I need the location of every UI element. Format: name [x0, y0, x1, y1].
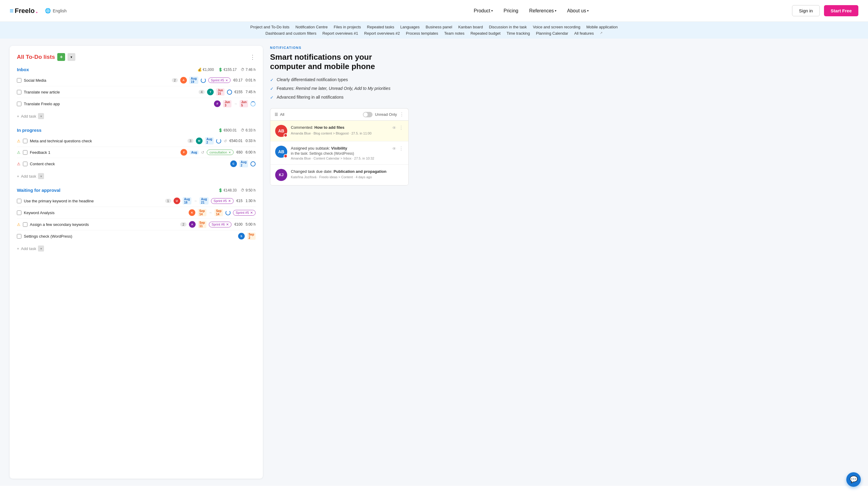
todo-menu-button[interactable]: ⋮: [250, 54, 256, 60]
date-badge: Aug: [190, 151, 198, 154]
feature-business-panel[interactable]: Business panel: [426, 25, 452, 29]
notif-body: Assigned you subtask: Visibility in the …: [291, 146, 389, 160]
avatar: U: [174, 197, 180, 204]
more-options-icon[interactable]: ⋮: [399, 125, 403, 131]
avatar: AB: [275, 125, 287, 137]
language-selector[interactable]: 🌐 English: [45, 8, 66, 14]
eye-icon[interactable]: 👁: [392, 146, 396, 151]
feature-dashboard[interactable]: Dashboard and custom filters: [265, 31, 316, 36]
task-price: €100: [235, 222, 243, 227]
task-right: Sprint #5 ✕ €15 1:30 h: [211, 198, 256, 204]
feature-team-notes[interactable]: Team notes: [444, 31, 465, 36]
unread-only-label: Unread Only: [375, 112, 397, 117]
avatar: K: [189, 209, 195, 216]
date-badge: Aug19: [189, 77, 198, 84]
task-checkbox[interactable]: [17, 90, 21, 94]
notif-menu-icon[interactable]: ⋮: [399, 112, 404, 117]
task-checkbox[interactable]: [17, 210, 21, 215]
task-name: Translate new article: [24, 90, 196, 94]
inprogress-stats: 💲 €600.01 ⏱ 6:33 h: [218, 128, 256, 132]
task-checkbox[interactable]: [17, 199, 21, 203]
add-task-label: Add task: [21, 246, 37, 251]
feature-languages[interactable]: Languages: [400, 25, 419, 29]
inbox-section-title: Inbox: [17, 67, 29, 72]
add-task-dropdown-button[interactable]: ▾: [38, 113, 44, 119]
todo-title: All To-Do lists: [17, 54, 55, 60]
feature-discussion[interactable]: Discussion in the task: [489, 25, 527, 29]
task-checkbox[interactable]: [17, 102, 21, 106]
add-todo-button[interactable]: +: [57, 53, 65, 61]
nav-references[interactable]: References ▾: [529, 8, 556, 14]
logo[interactable]: ≡ Freelo .: [9, 7, 38, 15]
table-row: Translate Freelo app F Jun3 → Jun5: [17, 98, 256, 110]
refresh-icon[interactable]: ↺: [224, 139, 227, 143]
feature-voice[interactable]: Voice and screen recording: [533, 25, 580, 29]
inprogress-title: In progress: [17, 128, 42, 133]
feature-planning[interactable]: Planning Calendar: [536, 31, 568, 36]
progress-circle: [225, 210, 231, 215]
feature-files[interactable]: Files in projects: [334, 25, 361, 29]
todo-panel: All To-Do lists + ▾ ⋮ Inbox 💰 €1,000 💲 €…: [9, 46, 263, 479]
notif-actions: 👁 ⋮: [392, 146, 403, 151]
task-checkbox[interactable]: [23, 162, 27, 166]
notification-list-container: ☰ All Unread Only ⋮ AB: [270, 108, 409, 185]
refresh-icon[interactable]: ↺: [201, 150, 204, 155]
start-free-button[interactable]: Start Free: [824, 5, 859, 16]
more-options-icon[interactable]: ⋮: [399, 146, 403, 151]
progress-circle-partial: [251, 101, 256, 107]
nav-pricing[interactable]: Pricing: [504, 8, 518, 14]
notif-meta: Amanda Blue · Content Calendar > Inbox ·…: [291, 156, 389, 160]
add-task-button[interactable]: + Add task ▾: [17, 172, 44, 180]
avatar: A: [189, 221, 196, 228]
add-task-button[interactable]: + Add task ▾: [17, 112, 44, 120]
chat-button[interactable]: 💬: [846, 472, 861, 486]
notif-actions: 👁 ⋮: [392, 125, 403, 131]
nav-about[interactable]: About us ▾: [567, 8, 589, 14]
feature-repeated-tasks[interactable]: Repeated tasks: [367, 25, 394, 29]
add-task-dropdown-button[interactable]: ▾: [38, 246, 44, 251]
task-checkbox[interactable]: [23, 139, 27, 143]
toggle-switch[interactable]: [363, 112, 373, 117]
feature-notification-centre[interactable]: Notification Centre: [295, 25, 328, 29]
task-checkbox[interactable]: [23, 222, 27, 227]
task-checkbox[interactable]: [17, 234, 21, 239]
eye-icon[interactable]: 👁: [392, 126, 396, 130]
inbox-time-icon: ⏱ 7:46 h: [241, 68, 256, 72]
task-checkbox[interactable]: [17, 78, 21, 83]
todo-dropdown-button[interactable]: ▾: [67, 53, 75, 61]
task-price: €60: [237, 150, 243, 154]
task-checkbox[interactable]: [23, 150, 27, 155]
task-time: 7:45 h: [245, 90, 256, 94]
feature-kanban[interactable]: Kanban board: [458, 25, 483, 29]
sign-in-button[interactable]: Sign in: [792, 5, 820, 16]
logo-dot: .: [36, 7, 38, 15]
table-row: Translate new article 4 T Jun15 €155 7:4…: [17, 86, 256, 98]
feature-time-tracking[interactable]: Time tracking: [507, 31, 530, 36]
logo-text: Freelo: [15, 7, 35, 15]
arrow-icon: →: [194, 199, 197, 203]
add-task-button[interactable]: + Add task ▾: [17, 244, 44, 253]
avatar-badge: [283, 154, 288, 158]
notif-all-btn[interactable]: ☰ All: [275, 112, 284, 117]
feature-report2[interactable]: Report overviews #2: [364, 31, 400, 36]
notification-list: AB Commented: How to add files Amanda Bl…: [270, 120, 409, 185]
feature-row-2: Dashboard and custom filters Report over…: [9, 31, 859, 36]
add-task-dropdown-button[interactable]: ▾: [38, 173, 44, 179]
task-count-badge: 2: [180, 222, 186, 227]
feature-report1[interactable]: Report overviews #1: [322, 31, 358, 36]
avatar-badge: [283, 133, 288, 137]
feature-project-lists[interactable]: Project and To-Do lists: [251, 25, 290, 29]
approval-section: Waiting for approval 💲 €148.33 ⏱ 9:50 h …: [17, 188, 256, 253]
notif-feature-text: Clearly differentiated notification type…: [277, 77, 348, 82]
nav-product[interactable]: Product ▾: [474, 8, 493, 14]
feature-all[interactable]: All features: [574, 31, 594, 36]
task-count-badge: 4: [199, 90, 205, 94]
task-count-badge: 2: [172, 78, 178, 82]
feature-budget[interactable]: Repeated budget: [471, 31, 500, 36]
notif-meta: Kateřina Jozífová · Freelo ideas > Conte…: [291, 175, 403, 179]
approval-section-header: Waiting for approval 💲 €148.33 ⏱ 9:50 h: [17, 188, 256, 193]
task-name: Social Media: [24, 78, 170, 83]
feature-process[interactable]: Process templates: [406, 31, 438, 36]
feature-mobile[interactable]: Mobile application: [586, 25, 617, 29]
plus-icon: +: [17, 114, 19, 118]
